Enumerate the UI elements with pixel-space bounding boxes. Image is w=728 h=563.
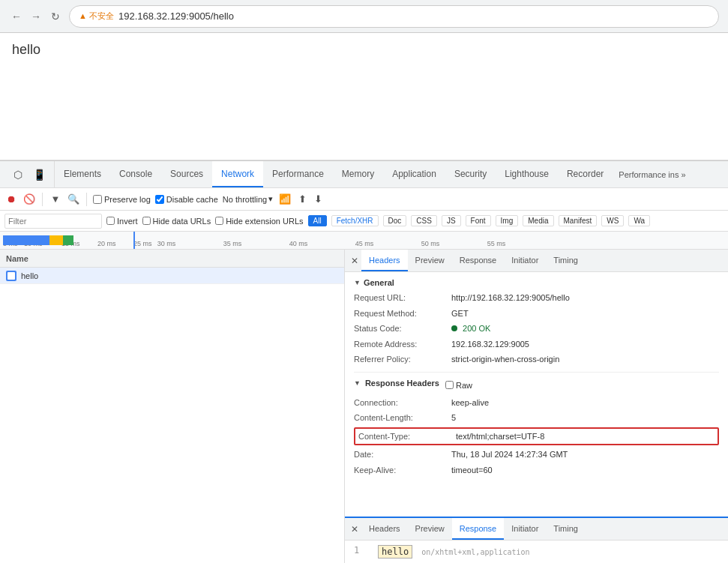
page-content: hello (0, 33, 728, 160)
bottom-tab-response[interactable]: Response (452, 518, 505, 540)
tab-lighthouse[interactable]: Lighthouse (496, 161, 558, 187)
bottom-tab-initiator[interactable]: Initiator (504, 518, 546, 540)
disable-cache-label: Disable cache (166, 195, 218, 204)
request-icon-inner (7, 272, 15, 280)
close-bottom-button[interactable]: ✕ (348, 523, 361, 536)
filter-font-button[interactable]: Font (466, 215, 491, 226)
raw-label: Raw (456, 381, 472, 390)
tab-application[interactable]: Application (383, 161, 445, 187)
throttle-label: No throttling (223, 195, 267, 204)
hide-data-checkbox[interactable]: Hide data URLs (142, 217, 211, 226)
clear-button[interactable]: 🚫 (22, 193, 36, 206)
download-icon[interactable]: ⬇ (313, 192, 324, 206)
tab-sources[interactable]: Sources (161, 161, 212, 187)
wifi-icon[interactable]: 📶 (277, 192, 292, 206)
record-button[interactable]: ⏺ (4, 193, 18, 206)
filter-button[interactable]: ▼ (49, 193, 62, 206)
filter-manifest-button[interactable]: Manifest (559, 215, 598, 226)
extra-text: on/xhtml+xml,application (421, 548, 530, 556)
filter-doc-button[interactable]: Doc (383, 215, 407, 226)
upload-icon[interactable]: ⬆ (297, 192, 308, 206)
page-title: hello (12, 42, 40, 57)
request-url-key: Request URL: (354, 292, 451, 304)
disable-cache-input[interactable] (155, 195, 164, 204)
request-row[interactable]: hello (0, 268, 344, 284)
tab-memory[interactable]: Memory (333, 161, 383, 187)
bottom-tab-preview[interactable]: Preview (408, 518, 452, 540)
raw-checkbox[interactable]: Raw (445, 381, 472, 390)
tab-preview[interactable]: Preview (408, 250, 452, 271)
connection-key: Connection: (354, 397, 451, 409)
content-type-value: text/html;charset=UTF-8 (456, 430, 544, 443)
inspect-element-button[interactable]: ⬡ (9, 166, 27, 184)
filter-img-button[interactable]: Img (496, 215, 519, 226)
hide-data-input[interactable] (142, 217, 151, 225)
filter-row: Invert Hide data URLs Hide extension URL… (0, 211, 728, 232)
tab-recorder[interactable]: Recorder (558, 161, 613, 187)
status-code-row: Status Code: 200 OK (354, 322, 719, 335)
response-value: hello (378, 545, 412, 559)
filter-all-button[interactable]: All (308, 215, 327, 226)
request-name-label: hello (21, 271, 38, 280)
filter-fetch-xhr-button[interactable]: Fetch/XHR (331, 215, 379, 226)
request-url-row: Request URL: http://192.168.32.129:9005/… (354, 292, 719, 304)
remote-address-row: Remote Address: 192.168.32.129:9005 (354, 338, 719, 351)
name-column-header: Name (6, 254, 338, 263)
throttle-select[interactable]: No throttling ▾ (223, 194, 273, 204)
back-button[interactable]: ← (9, 9, 24, 24)
tab-performance[interactable]: Performance (263, 161, 333, 187)
tab-headers[interactable]: Headers (361, 250, 408, 271)
disable-cache-checkbox[interactable]: Disable cache (155, 195, 218, 204)
tab-response[interactable]: Response (452, 250, 505, 271)
tab-security[interactable]: Security (445, 161, 496, 187)
tab-console[interactable]: Console (110, 161, 161, 187)
content-length-key: Content-Length: (354, 412, 451, 424)
invert-checkbox[interactable]: Invert (106, 217, 138, 226)
filter-js-button[interactable]: JS (442, 215, 461, 226)
date-key: Date: (354, 448, 451, 461)
request-method-value: GET (451, 307, 469, 320)
close-headers-button[interactable]: ✕ (348, 254, 361, 268)
tab-timing[interactable]: Timing (546, 250, 586, 271)
waterfall-bar-blue (3, 235, 49, 245)
hide-extension-checkbox[interactable]: Hide extension URLs (215, 217, 303, 226)
hide-extension-input[interactable] (215, 217, 223, 225)
status-code-text: 200 OK (463, 324, 490, 333)
waterfall-bar-green (63, 235, 73, 245)
filter-media-button[interactable]: Media (523, 215, 553, 226)
filter-input[interactable] (4, 214, 102, 229)
invert-label: Invert (117, 217, 138, 226)
address-bar[interactable]: ▲ 不安全 192.168.32.129:9005/hello (69, 5, 719, 28)
bottom-tab-timing[interactable]: Timing (546, 518, 586, 540)
divider-2 (86, 193, 87, 206)
tab-network[interactable]: Network (212, 161, 263, 187)
tab-initiator[interactable]: Initiator (504, 250, 546, 271)
refresh-button[interactable]: ↻ (48, 9, 63, 24)
devtools-tab-bar: ⬡ 📱 Elements Console Sources Network Per… (0, 161, 728, 188)
request-type-icon (6, 271, 16, 281)
filter-css-button[interactable]: CSS (411, 215, 437, 226)
waterfall-bar-yellow (49, 235, 63, 245)
throttle-chevron-icon: ▾ (268, 194, 273, 204)
bottom-response-panel: ✕ Headers Preview Response Initiator Tim… (345, 517, 728, 563)
forward-button[interactable]: → (28, 9, 43, 24)
nav-buttons: ← → ↻ (9, 9, 63, 24)
tab-elements[interactable]: Elements (55, 161, 110, 187)
referrer-policy-value: strict-origin-when-cross-origin (451, 353, 559, 366)
raw-input[interactable] (445, 381, 454, 389)
timeline-header: 30 ms 35 ms 40 ms 45 ms 50 ms 55 ms 5 ms… (0, 232, 728, 250)
hide-data-label: Hide data URLs (153, 217, 211, 226)
hide-extension-label: Hide extension URLs (226, 217, 303, 226)
preserve-log-checkbox[interactable]: Preserve log (93, 195, 151, 204)
tab-more[interactable]: Performance ins » (613, 161, 691, 187)
preserve-log-input[interactable] (93, 195, 102, 204)
device-toolbar-button[interactable]: 📱 (30, 166, 48, 184)
search-button[interactable]: 🔍 (67, 193, 80, 206)
filter-ws-button[interactable]: WS (601, 215, 624, 226)
content-length-row: Content-Length: 5 (354, 412, 719, 424)
invert-input[interactable] (106, 217, 115, 225)
connection-value: keep-alive (451, 397, 489, 409)
bottom-tab-bar: ✕ Headers Preview Response Initiator Tim… (345, 518, 728, 541)
filter-wa-button[interactable]: Wa (628, 215, 650, 226)
bottom-tab-headers[interactable]: Headers (361, 518, 408, 540)
